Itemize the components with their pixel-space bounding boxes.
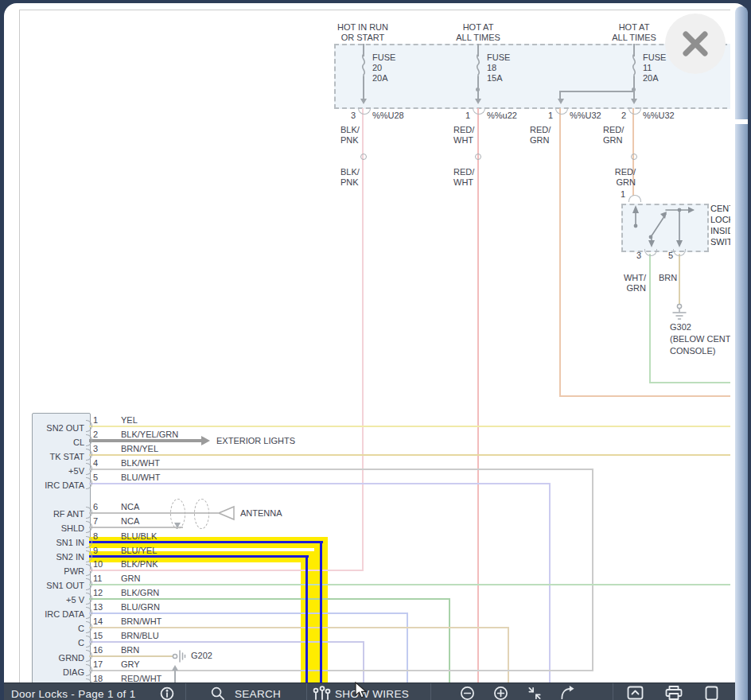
wire-red-grn bbox=[559, 108, 561, 397]
save-button[interactable] bbox=[705, 686, 718, 700]
exterior-lights-callout: EXTERIOR LIGHTS bbox=[216, 436, 295, 446]
save-icon bbox=[705, 686, 718, 700]
wire-name: NCA bbox=[121, 502, 139, 512]
wire-blu-grn bbox=[407, 612, 408, 682]
pin-number: 3 bbox=[93, 444, 98, 454]
junction-dot bbox=[476, 88, 480, 91]
wire-blk-wht bbox=[89, 469, 593, 470]
connector-arc bbox=[628, 195, 641, 202]
wire-name: BRN bbox=[121, 645, 139, 655]
fuse-label: FUSE1815A bbox=[487, 52, 510, 84]
wiring-diagram-canvas: HOT IN RUNOR START HOT ATALL TIMES HOT A… bbox=[0, 0, 730, 700]
wire-name: YEL bbox=[121, 415, 138, 426]
feed-label: HOT IN RUNOR START bbox=[323, 22, 403, 43]
module-pin-label: IRC DATA bbox=[35, 480, 84, 491]
zoom-out-icon bbox=[460, 686, 475, 700]
search-button-label[interactable]: SEARCH bbox=[235, 688, 281, 700]
vertical-scrollbar[interactable] bbox=[735, 6, 748, 700]
fuse-symbol-icon bbox=[629, 54, 639, 81]
wire-color-label: RED/WHT bbox=[453, 125, 474, 146]
wire-brn bbox=[89, 655, 173, 657]
app-window: HOT IN RUNOR START HOT ATALL TIMES HOT A… bbox=[0, 0, 751, 700]
arrow-down-icon bbox=[631, 99, 637, 104]
toolbar-separator bbox=[306, 683, 307, 700]
pin-number: 3 bbox=[625, 251, 641, 261]
wire-color-label: RED/GRN bbox=[603, 125, 624, 146]
module-pin-label: PWR bbox=[35, 566, 84, 577]
wire-name: BLU/BLK bbox=[121, 531, 157, 542]
inline-connector bbox=[631, 154, 637, 160]
ground-arrow-stem bbox=[174, 671, 176, 682]
arrow-down-icon bbox=[174, 523, 181, 528]
wire-brn-yel bbox=[89, 454, 730, 456]
wire-name: BLK/PNK bbox=[121, 559, 158, 570]
fit-to-screen-icon bbox=[527, 686, 543, 700]
module-pin-label: RF ANT bbox=[35, 509, 84, 519]
fit-to-screen-button[interactable] bbox=[527, 686, 543, 700]
antenna-callout: ANTENNA bbox=[240, 508, 282, 519]
pin-number: 6 bbox=[93, 502, 98, 512]
mouse-cursor bbox=[355, 682, 368, 700]
pin-number: 17 bbox=[93, 659, 103, 670]
wire-brn bbox=[679, 254, 680, 304]
module-pin-label: GRND bbox=[35, 653, 84, 663]
pin-number: 2 bbox=[610, 111, 626, 121]
wire-brn-wht bbox=[508, 627, 509, 682]
module-pin-label: IRC DATA bbox=[35, 609, 84, 620]
wire-red-grn bbox=[559, 395, 730, 397]
wire-yel bbox=[89, 426, 730, 427]
zoom-out-button[interactable] bbox=[460, 686, 475, 700]
toolbar-separator bbox=[430, 683, 431, 700]
module-pin-label: C bbox=[35, 638, 84, 648]
module-pin-label: SN2 IN bbox=[35, 552, 84, 562]
fuse-label: FUSE2020A bbox=[372, 52, 395, 84]
pin-number: 1 bbox=[606, 189, 625, 200]
toolbar-separator bbox=[185, 683, 186, 700]
wire-blu-yel-highlighted[interactable] bbox=[305, 555, 308, 682]
pin-number: 12 bbox=[93, 588, 103, 598]
g202-ground-icon bbox=[172, 649, 189, 667]
pin-number: 14 bbox=[93, 616, 103, 627]
wire-name: BLU/WHT bbox=[121, 472, 161, 483]
show-wires-button-label[interactable]: SHOW WIRES bbox=[335, 688, 409, 700]
search-button[interactable] bbox=[210, 686, 225, 700]
page-title: Door Locks - Page 1 of 1 bbox=[11, 688, 136, 700]
print-icon bbox=[665, 686, 683, 700]
antenna-arrow-icon bbox=[218, 505, 235, 524]
switch-name: CENTRALLOCKING INSIDESWITCH bbox=[710, 203, 730, 247]
wire-name: BRN/YEL bbox=[121, 444, 158, 454]
pin-number: 11 bbox=[93, 574, 102, 584]
connector-code: %%u22 bbox=[487, 111, 517, 121]
wire-name: NCA bbox=[121, 516, 139, 527]
wire-name: BLK/WHT bbox=[121, 458, 160, 469]
pin-number: 9 bbox=[93, 546, 98, 556]
zoom-in-button[interactable] bbox=[493, 686, 508, 700]
ground-label: G302(BELOW CENTERCONSOLE) bbox=[670, 321, 730, 357]
export-image-icon bbox=[627, 686, 644, 700]
export-image-button[interactable] bbox=[627, 686, 644, 700]
module-pin-label: SN1 OUT bbox=[35, 581, 84, 591]
wire-name: BRN/WHT bbox=[121, 616, 161, 627]
arrow-down-icon bbox=[475, 99, 481, 104]
g202-label: G202 bbox=[191, 651, 212, 661]
wire-color-label: RED/GRN bbox=[530, 125, 551, 146]
wire-gry bbox=[89, 670, 593, 671]
show-wires-button[interactable] bbox=[312, 686, 331, 700]
print-button[interactable] bbox=[665, 686, 683, 700]
wire-blk-wht bbox=[592, 469, 593, 671]
module-pin-label: CL bbox=[35, 438, 84, 448]
pin-number: 3 bbox=[340, 111, 356, 121]
close-button[interactable] bbox=[665, 14, 726, 74]
rotate-button[interactable] bbox=[558, 686, 576, 700]
pin-number: 15 bbox=[93, 631, 103, 641]
rotate-icon bbox=[558, 686, 576, 700]
show-wires-icon bbox=[312, 686, 331, 700]
wire-blu-blk-highlighted[interactable] bbox=[320, 541, 322, 682]
info-button[interactable] bbox=[160, 686, 174, 700]
wire-red-wht bbox=[477, 108, 479, 682]
module-pin-label: SN2 OUT bbox=[35, 423, 84, 434]
zoom-in-icon bbox=[493, 686, 508, 700]
toolbar-separator bbox=[613, 683, 613, 700]
junction-dot bbox=[632, 88, 636, 91]
wire-name: BLK/GRN bbox=[121, 588, 159, 598]
